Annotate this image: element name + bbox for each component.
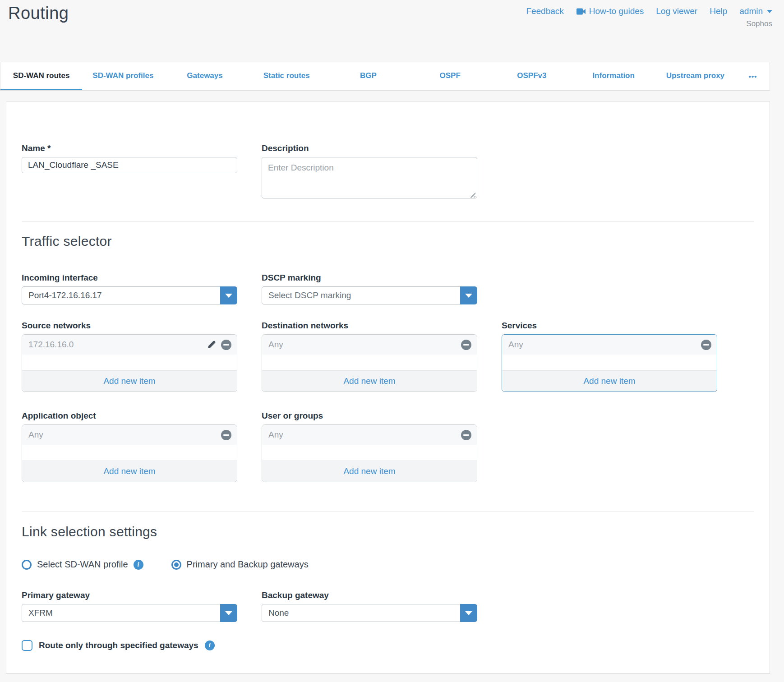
itembox-empty-area xyxy=(262,355,477,370)
add-new-item-button[interactable]: Add new item xyxy=(22,461,237,482)
link-selection-heading: Link selection settings xyxy=(22,524,754,539)
edit-icon[interactable] xyxy=(207,340,217,350)
chevron-down-icon[interactable] xyxy=(460,604,477,622)
info-icon[interactable]: i xyxy=(205,641,215,650)
feedback-link[interactable]: Feedback xyxy=(526,6,563,16)
backup-gateway-select[interactable]: None xyxy=(262,604,477,622)
how-to-guides-link[interactable]: How-to guides xyxy=(576,6,644,16)
video-camera-icon xyxy=(576,8,586,15)
remove-icon[interactable] xyxy=(221,340,231,350)
services-label: Services xyxy=(502,321,717,331)
info-icon[interactable]: i xyxy=(134,560,143,570)
help-link[interactable]: Help xyxy=(710,6,727,16)
backup-gateway-label: Backup gateway xyxy=(262,590,477,600)
itembox-empty-area xyxy=(22,355,237,370)
tab-bar: SD-WAN routes SD-WAN profiles Gateways S… xyxy=(0,62,770,91)
divider xyxy=(22,511,754,512)
tab-gateways[interactable]: Gateways xyxy=(164,62,245,90)
itembox-empty-area xyxy=(502,355,717,370)
header-links: Feedback How-to guides Log viewer Help a… xyxy=(526,6,772,16)
description-textarea[interactable] xyxy=(262,157,477,198)
radio-icon[interactable] xyxy=(171,560,181,570)
incoming-interface-select[interactable]: Port4-172.16.16.17 xyxy=(22,286,237,304)
required-mark: * xyxy=(47,143,51,153)
dscp-marking-select[interactable]: Select DSCP marking xyxy=(262,286,477,304)
tab-bgp[interactable]: BGP xyxy=(327,62,409,90)
add-new-item-button[interactable]: Add new item xyxy=(502,370,717,392)
tab-sdwan-profiles[interactable]: SD-WAN profiles xyxy=(82,62,164,90)
primary-gateway-select[interactable]: XFRM xyxy=(22,604,237,622)
list-item: Any xyxy=(502,335,717,355)
itembox-empty-area xyxy=(22,445,237,461)
list-item: 172.16.16.0 xyxy=(22,335,237,355)
list-item: Any xyxy=(262,335,477,355)
chevron-down-icon xyxy=(767,10,772,13)
tab-ospf[interactable]: OSPF xyxy=(409,62,491,90)
incoming-interface-label: Incoming interface xyxy=(22,273,237,283)
application-object-label: Application object xyxy=(22,411,237,421)
list-item: Any xyxy=(262,425,477,445)
divider xyxy=(22,221,754,222)
tab-upstream-proxy[interactable]: Upstream proxy xyxy=(655,62,736,90)
destination-networks-label: Destination networks xyxy=(262,321,477,331)
radio-primary-backup-gateways[interactable]: Primary and Backup gateways xyxy=(171,559,309,570)
page-title: Routing xyxy=(8,4,69,23)
link-selection-radio-group: Select SD-WAN profile i Primary and Back… xyxy=(22,559,754,570)
chevron-down-icon[interactable] xyxy=(460,286,477,304)
tab-ospfv3[interactable]: OSPFv3 xyxy=(491,62,572,90)
remove-icon[interactable] xyxy=(461,340,471,350)
chevron-down-icon[interactable] xyxy=(220,286,237,304)
itembox-empty-area xyxy=(262,445,477,461)
name-label: Name * xyxy=(22,143,237,153)
add-new-item-button[interactable]: Add new item xyxy=(262,461,477,482)
remove-icon[interactable] xyxy=(461,430,471,440)
radio-select-sdwan-profile[interactable]: Select SD-WAN profile i xyxy=(22,559,143,570)
tab-sdwan-routes[interactable]: SD-WAN routes xyxy=(0,62,82,90)
destination-networks-box: Any Add new item xyxy=(262,334,477,392)
traffic-selector-heading: Traffic selector xyxy=(22,234,754,249)
remove-icon[interactable] xyxy=(221,430,231,440)
add-new-item-button[interactable]: Add new item xyxy=(22,370,237,392)
route-only-row: Route only through specified gateways i xyxy=(22,640,754,651)
remove-icon[interactable] xyxy=(701,340,711,350)
log-viewer-link[interactable]: Log viewer xyxy=(656,6,697,16)
dscp-marking-label: DSCP marking xyxy=(262,273,477,283)
source-networks-box: 172.16.16.0 Add new item xyxy=(22,334,237,392)
radio-icon[interactable] xyxy=(22,560,32,570)
sdwan-route-form: Name * Description Traffic selector Inco… xyxy=(6,101,770,674)
add-new-item-button[interactable]: Add new item xyxy=(262,370,477,392)
application-object-box: Any Add new item xyxy=(22,424,237,482)
tab-information[interactable]: Information xyxy=(573,62,655,90)
description-label: Description xyxy=(262,143,477,153)
account-name: Sophos xyxy=(746,19,772,28)
services-box: Any Add new item xyxy=(502,334,717,392)
name-input[interactable] xyxy=(22,157,237,173)
primary-gateway-label: Primary gateway xyxy=(22,590,237,600)
user-or-groups-label: User or groups xyxy=(262,411,477,421)
admin-menu[interactable]: admin xyxy=(739,6,772,16)
source-networks-label: Source networks xyxy=(22,321,237,331)
tab-static-routes[interactable]: Static routes xyxy=(246,62,327,90)
page-header: Routing Feedback How-to guides Log viewe… xyxy=(0,0,784,62)
more-tabs-button[interactable]: ••• xyxy=(736,62,770,90)
list-item: Any xyxy=(22,425,237,445)
route-only-checkbox[interactable] xyxy=(22,640,32,651)
chevron-down-icon[interactable] xyxy=(220,604,237,622)
user-or-groups-box: Any Add new item xyxy=(262,424,477,482)
